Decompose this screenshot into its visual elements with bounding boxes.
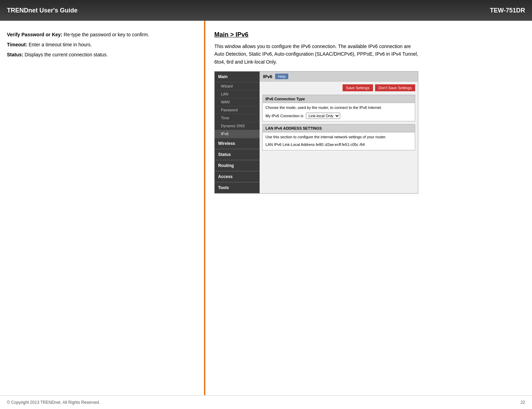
sidebar-main-header[interactable]: Main	[215, 72, 260, 82]
verify-text: Re-type the password or key to confirm.	[64, 32, 149, 37]
sidebar-item-time[interactable]: Time	[215, 114, 260, 122]
router-panel-title: IPv6	[263, 74, 272, 79]
address-settings-body: Use this section to configure the intern…	[263, 132, 415, 150]
section-desc: This window allows you to configure the …	[214, 43, 422, 66]
connection-type-box: IPv6 Connection Type Choose the mode, us…	[262, 95, 415, 121]
connection-label: My IPv6 Connection is	[265, 114, 303, 118]
copyright-text: © Copyright 2013 TRENDnet. All Rights Re…	[7, 400, 100, 405]
status-text: Displays the current connection status.	[25, 52, 108, 57]
header-model: TEW-751DR	[490, 7, 525, 14]
section-title: Main > IPv6	[214, 31, 522, 38]
timeout-text: Enter a timeout time in hours.	[29, 42, 92, 47]
address-desc: Use this section to configure the intern…	[265, 134, 412, 140]
dont-save-settings-button[interactable]: Don't Save Settings	[375, 84, 415, 91]
sidebar-status-header[interactable]: Status	[215, 149, 260, 160]
connection-type-body: Choose the mode, used by the router, to …	[263, 103, 415, 121]
page-number: 22	[521, 400, 525, 405]
save-settings-button[interactable]: Save Settings	[343, 84, 373, 91]
router-main-body: Save Settings Don't Save Settings IPv6 C…	[260, 82, 418, 156]
router-layout: Main Wizard LAN WAN Password Time	[215, 72, 418, 193]
sidebar-item-dynamic-dns[interactable]: Dynamic DNS	[215, 122, 260, 130]
connection-type-header: IPv6 Connection Type	[263, 95, 415, 103]
left-column: Verify Password or Key: Re-type the pass…	[0, 21, 204, 395]
router-main-header: IPv6 Help	[260, 72, 418, 82]
verify-para: Verify Password or Key: Re-type the pass…	[7, 31, 194, 38]
page-footer: © Copyright 2013 TRENDnet. All Rights Re…	[0, 395, 532, 409]
content-wrapper: Verify Password or Key: Re-type the pass…	[0, 21, 532, 395]
connection-row: My IPv6 Connection is Link-local Only	[265, 113, 412, 119]
sidebar-tools-header[interactable]: Tools	[215, 182, 260, 193]
status-label: Status:	[7, 52, 23, 57]
router-main-panel: IPv6 Help Save Settings Don't Save Setti…	[260, 72, 418, 193]
address-value: fe80::d2ae:ecff:fe51:c05c /64	[316, 142, 365, 147]
action-bar: Save Settings Don't Save Settings	[262, 84, 415, 91]
status-para: Status: Displays the current connection …	[7, 51, 194, 58]
sidebar-routing-header[interactable]: Routing	[215, 160, 260, 171]
address-row: LAN IPv6 Link-Local Address fe80::d2ae:e…	[265, 141, 412, 148]
sidebar-item-ipv6[interactable]: IPv6	[215, 130, 260, 138]
sidebar-item-lan[interactable]: LAN	[215, 90, 260, 98]
orange-divider	[204, 21, 205, 395]
connection-type-select[interactable]: Link-local Only	[306, 113, 340, 119]
verify-label: Verify Password or Key:	[7, 32, 62, 37]
sidebar-wireless-header[interactable]: Wireless	[215, 138, 260, 149]
timeout-label: Timeout:	[7, 42, 27, 47]
sidebar-access-header[interactable]: Access	[215, 171, 260, 182]
right-column: Main > IPv6 This window allows you to co…	[204, 21, 532, 395]
address-settings-header: LAN IPv6 ADDRESS SETTINGS	[263, 124, 415, 132]
address-label: LAN IPv6 Link-Local Address	[265, 142, 315, 147]
router-ui-mockup: Main Wizard LAN WAN Password Time	[214, 71, 418, 194]
page-header: TRENDnet User's Guide TEW-751DR	[0, 0, 532, 21]
address-settings-box: LAN IPv6 ADDRESS SETTINGS Use this secti…	[262, 124, 415, 150]
sidebar-item-password[interactable]: Password	[215, 106, 260, 114]
header-title: TRENDnet User's Guide	[7, 7, 77, 14]
help-button[interactable]: Help	[275, 74, 289, 79]
connection-type-desc: Choose the mode, used by the router, to …	[265, 105, 412, 110]
timeout-para: Timeout: Enter a timeout time in hours.	[7, 41, 194, 48]
sidebar-item-wizard[interactable]: Wizard	[215, 82, 260, 90]
sidebar-item-wan[interactable]: WAN	[215, 98, 260, 106]
router-sidebar: Main Wizard LAN WAN Password Time	[215, 72, 260, 193]
